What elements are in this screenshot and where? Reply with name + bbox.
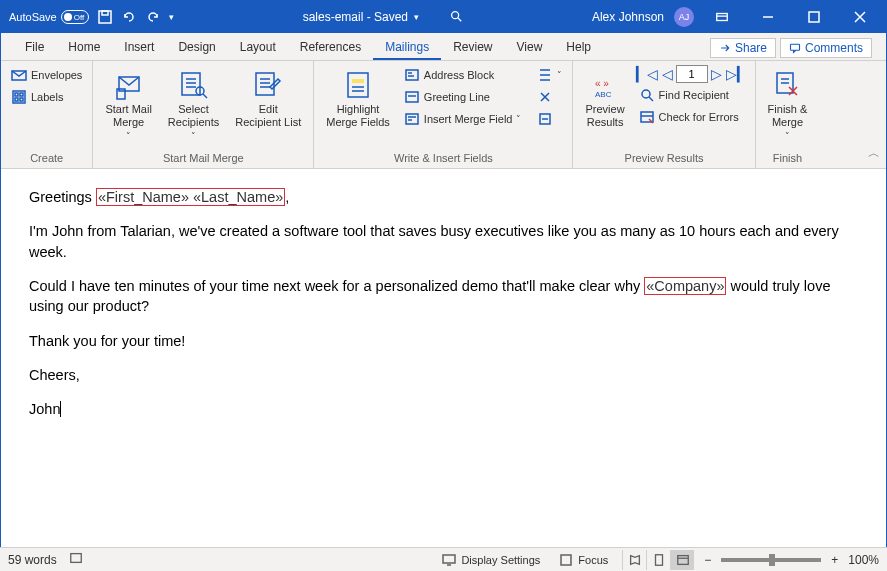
- svg-rect-8: [15, 93, 18, 96]
- word-count[interactable]: 59 words: [8, 553, 57, 567]
- paragraph-ask: Could I have ten minutes of your time ne…: [29, 276, 858, 317]
- edit-recipient-list-button[interactable]: Edit Recipient List: [229, 65, 307, 133]
- address-block-button[interactable]: Address Block: [400, 65, 526, 85]
- merge-field-company[interactable]: «Company»: [644, 277, 726, 295]
- user-avatar[interactable]: AJ: [674, 7, 694, 27]
- paragraph-cheers: Cheers,: [29, 365, 858, 385]
- svg-rect-3: [717, 14, 728, 21]
- group-preview-label: Preview Results: [573, 150, 754, 168]
- maximize-icon[interactable]: [796, 3, 832, 31]
- zoom-level[interactable]: 100%: [848, 553, 879, 567]
- tab-insert[interactable]: Insert: [112, 34, 166, 60]
- rules-button[interactable]: ˅: [533, 65, 566, 85]
- print-layout-icon[interactable]: [646, 550, 670, 570]
- match-fields-button[interactable]: [533, 87, 566, 107]
- find-recipient-button[interactable]: Find Recipient: [635, 85, 749, 105]
- view-buttons: [622, 550, 694, 570]
- select-recipients-button[interactable]: Select Recipients: [162, 65, 225, 146]
- document-title: sales-email - Saved: [303, 10, 408, 24]
- svg-rect-1: [102, 11, 108, 15]
- svg-rect-4: [809, 12, 819, 22]
- check-errors-button[interactable]: Check for Errors: [635, 107, 749, 127]
- share-button[interactable]: Share: [710, 38, 776, 58]
- paragraph-intro: I'm John from Talarian, we've created a …: [29, 221, 858, 262]
- svg-rect-29: [443, 555, 455, 563]
- labels-button[interactable]: Labels: [7, 87, 86, 107]
- zoom-in-icon[interactable]: +: [831, 553, 838, 567]
- svg-rect-18: [352, 79, 364, 83]
- autosave-label: AutoSave: [9, 11, 57, 23]
- tab-references[interactable]: References: [288, 34, 373, 60]
- tab-view[interactable]: View: [505, 34, 555, 60]
- zoom-slider[interactable]: [721, 558, 821, 562]
- tab-help[interactable]: Help: [554, 34, 603, 60]
- paragraph-signature: John: [29, 399, 858, 419]
- svg-rect-20: [406, 92, 418, 102]
- web-layout-icon[interactable]: [670, 550, 694, 570]
- collapse-ribbon-icon[interactable]: ︿: [868, 145, 880, 162]
- finish-merge-button[interactable]: Finish & Merge: [762, 65, 814, 146]
- group-finish-label: Finish: [756, 150, 820, 168]
- ribbon: Envelopes Labels Create Start Mail Merge…: [1, 61, 886, 169]
- highlight-merge-fields-button[interactable]: Highlight Merge Fields: [320, 65, 396, 133]
- last-record-icon[interactable]: ▷▎: [725, 66, 749, 82]
- next-record-icon[interactable]: ▷: [710, 66, 723, 82]
- record-navigator[interactable]: ▎◁ ◁ ▷ ▷▎: [635, 65, 749, 83]
- record-number-input[interactable]: [676, 65, 708, 83]
- undo-icon[interactable]: [121, 9, 137, 25]
- tab-home[interactable]: Home: [56, 34, 112, 60]
- svg-rect-9: [20, 93, 23, 96]
- merge-field-name[interactable]: «First_Name» «Last_Name»: [96, 188, 285, 206]
- greeting-line-button[interactable]: Greeting Line: [400, 87, 526, 107]
- preview-results-button[interactable]: « »ABCPreview Results: [579, 65, 630, 133]
- autosave-toggle[interactable]: AutoSave Off: [9, 10, 89, 24]
- svg-rect-0: [99, 11, 111, 23]
- search-icon[interactable]: [449, 9, 463, 26]
- first-record-icon[interactable]: ▎◁: [635, 66, 659, 82]
- prev-record-icon[interactable]: ◁: [661, 66, 674, 82]
- svg-rect-11: [20, 98, 23, 101]
- start-mail-merge-button[interactable]: Start Mail Merge: [99, 65, 157, 146]
- zoom-out-icon[interactable]: −: [704, 553, 711, 567]
- minimize-icon[interactable]: [750, 3, 786, 31]
- insert-merge-field-button[interactable]: Insert Merge Field: [400, 109, 526, 129]
- tab-file[interactable]: File: [13, 34, 56, 60]
- status-bar: 59 words Display Settings Focus − + 100%: [0, 547, 887, 571]
- svg-rect-17: [348, 73, 368, 97]
- ribbon-tabs: File Home Insert Design Layout Reference…: [1, 33, 886, 61]
- tab-layout[interactable]: Layout: [228, 34, 288, 60]
- document-body[interactable]: Greetings «First_Name» «Last_Name», I'm …: [1, 169, 886, 539]
- tab-mailings[interactable]: Mailings: [373, 34, 441, 60]
- svg-point-25: [642, 90, 650, 98]
- update-labels-button[interactable]: [533, 109, 566, 129]
- ribbon-display-icon[interactable]: [704, 3, 740, 31]
- group-start-label: Start Mail Merge: [93, 150, 313, 168]
- svg-point-2: [452, 11, 459, 18]
- redo-icon[interactable]: [145, 9, 161, 25]
- svg-rect-19: [406, 70, 418, 80]
- read-mode-icon[interactable]: [622, 550, 646, 570]
- close-icon[interactable]: [842, 3, 878, 31]
- focus-button[interactable]: Focus: [554, 550, 612, 570]
- paragraph-thanks: Thank you for your time!: [29, 331, 858, 351]
- display-settings-button[interactable]: Display Settings: [437, 550, 544, 570]
- svg-text:« »: « »: [595, 78, 609, 89]
- envelopes-button[interactable]: Envelopes: [7, 65, 86, 85]
- tab-design[interactable]: Design: [166, 34, 227, 60]
- svg-rect-5: [790, 44, 799, 50]
- svg-rect-10: [15, 98, 18, 101]
- svg-rect-16: [256, 73, 274, 95]
- svg-rect-28: [70, 554, 81, 563]
- text-cursor: [60, 401, 61, 417]
- comments-button[interactable]: Comments: [780, 38, 872, 58]
- svg-rect-31: [655, 554, 662, 565]
- save-icon[interactable]: [97, 9, 113, 25]
- paragraph-greeting: Greetings «First_Name» «Last_Name»,: [29, 187, 858, 207]
- svg-rect-32: [678, 555, 689, 564]
- tab-review[interactable]: Review: [441, 34, 504, 60]
- proofing-icon[interactable]: [69, 551, 83, 568]
- user-name[interactable]: Alex Johnson: [592, 10, 664, 24]
- svg-rect-30: [561, 555, 571, 565]
- group-create-label: Create: [1, 150, 92, 168]
- svg-rect-21: [406, 114, 418, 124]
